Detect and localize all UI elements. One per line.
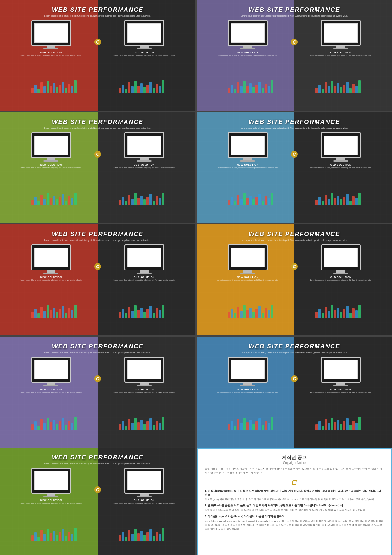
c-badge: C <box>291 39 298 45</box>
slide-slide-4[interactable]: WEB SITE PERFORMANCE Lorem ipsum dolor s… <box>197 112 392 223</box>
slide-subtitle: Lorem ipsum dolor sit amet, consectetur … <box>26 239 169 242</box>
old-solution-label: OLD SOLUTION <box>330 276 352 278</box>
old-solution-section: OLD SOLUTION Lorem ipsum dolor sit amet,… <box>103 357 185 394</box>
slide-title: WEB SITE PERFORMANCE <box>52 6 144 13</box>
old-solution-section: OLD SOLUTION Lorem ipsum dolor sit amet,… <box>300 132 382 169</box>
copyright-panel: 저작권 공고 Copyright Notice 콘텐 제품은 사용자에게 서비스… <box>197 448 392 555</box>
old-solution-label: OLD SOLUTION <box>134 499 155 502</box>
new-solution-label: NEW SOLUTION <box>40 499 62 502</box>
new-solution-label: NEW SOLUTION <box>237 276 258 278</box>
c-badge: C <box>291 151 298 158</box>
new-solution-desc: Lorem ipsum dolor sit amet, consectetur … <box>19 55 84 57</box>
copyright-section-title: 2. 폰트(Font) 본 콘텐츠 내의 폰트 들의 해당 회사에 귀속되며, … <box>205 504 384 507</box>
copyright-section-text: 아이온 (ION) 디지털마케팅 전략업체 중 최고의 서비스를 제공하는 아이… <box>205 498 384 502</box>
c-badge: C <box>291 263 298 270</box>
old-solution-section: OLD SOLUTION Lorem ipsum dolor sit amet,… <box>103 468 185 505</box>
slide-slide-3[interactable]: WEB SITE PERFORMANCE Lorem ipsum dolor s… <box>0 112 195 223</box>
copyright-section-sec-4: 3. 아이콘(mage) & 사진(Picure) 아이콘에 사용된 이미지 관… <box>205 515 384 531</box>
copyright-title: 저작권 공고 <box>205 455 384 461</box>
slide-subtitle: Lorem ipsum dolor sit amet, consectetur … <box>223 127 366 130</box>
slide-slide-2[interactable]: WEB SITE PERFORMANCE Lorem ipsum dolor s… <box>197 0 392 111</box>
new-solution-section: NEW SOLUTION Lorem ipsum dolor sit amet,… <box>207 132 289 169</box>
new-solution-desc: Lorem ipsum dolor sit amet, consectetur … <box>216 279 280 281</box>
old-solution-desc: Lorem ipsum dolor sit amet, consectetur … <box>112 391 177 394</box>
new-solution-desc: Lorem ipsum dolor sit amet, consectetur … <box>19 502 84 505</box>
copyright-subtitle: Copyright Notice <box>205 461 384 465</box>
old-solution-label: OLD SOLUTION <box>330 163 352 166</box>
new-solution-desc: Lorem ipsum dolor sit amet, consectetur … <box>19 391 84 394</box>
new-solution-section: NEW SOLUTION Lorem ipsum dolor sit amet,… <box>10 244 92 281</box>
last-row: WEB SITE PERFORMANCE Lorem ipsum dolor s… <box>0 448 392 555</box>
new-solution-desc: Lorem ipsum dolor sit amet, consectetur … <box>216 391 280 394</box>
old-solution-section: OLD SOLUTION Lorem ipsum dolor sit amet,… <box>103 132 185 169</box>
new-solution-desc: Lorem ipsum dolor sit amet, consectetur … <box>216 55 280 57</box>
old-solution-desc: Lorem ipsum dolor sit amet, consectetur … <box>309 279 373 281</box>
copyright-section-sec-2: 1. 저작권(Copyright)은 승인 요청은 사전 허락을 받은 경우에만… <box>205 489 384 502</box>
new-solution-section: NEW SOLUTION Lorem ipsum dolor sit amet,… <box>10 357 92 394</box>
new-solution-section: NEW SOLUTION Lorem ipsum dolor sit amet,… <box>207 244 289 281</box>
new-solution-label: NEW SOLUTION <box>40 276 62 278</box>
new-solution-label: NEW SOLUTION <box>40 388 62 391</box>
slide-title: WEB SITE PERFORMANCE <box>249 231 340 238</box>
new-solution-label: NEW SOLUTION <box>237 388 258 391</box>
slide-title: WEB SITE PERFORMANCE <box>52 343 144 350</box>
new-solution-label: NEW SOLUTION <box>237 163 258 166</box>
slide-slide-8[interactable]: WEB SITE PERFORMANCE Lorem ipsum dolor s… <box>197 337 392 448</box>
old-solution-label: OLD SOLUTION <box>330 388 352 391</box>
slide-slide-7[interactable]: WEB SITE PERFORMANCE Lorem ipsum dolor s… <box>0 337 195 448</box>
c-badge: C <box>94 39 101 45</box>
old-solution-desc: Lorem ipsum dolor sit amet, consectetur … <box>112 167 177 169</box>
copyright-section-title: 3. 아이콘(mage) & 사진(Picure) 아이콘에 사용된 이미지 관… <box>205 515 384 519</box>
old-solution-label: OLD SOLUTION <box>134 388 155 391</box>
copyright-intro: 콘텐 제품은 사용자에게 서비스 제공하기 위하여 반드시 동의해야 합니다. … <box>205 467 384 475</box>
slide-subtitle: Lorem ipsum dolor sit amet, consectetur … <box>223 239 366 242</box>
old-solution-desc: Lorem ipsum dolor sit amet, consectetur … <box>112 279 177 281</box>
new-solution-label: NEW SOLUTION <box>237 51 258 54</box>
page-wrapper: WEB SITE PERFORMANCE Lorem ipsum dolor s… <box>0 0 392 555</box>
new-solution-section: NEW SOLUTION Lorem ipsum dolor sit amet,… <box>207 357 289 394</box>
c-badge: C <box>94 375 101 382</box>
slide-subtitle: Lorem ipsum dolor sit amet, consectetur … <box>26 351 169 354</box>
old-solution-section: OLD SOLUTION Lorem ipsum dolor sit amet,… <box>300 244 382 281</box>
slide-subtitle: Lorem ipsum dolor sit amet, consectetur … <box>223 351 366 354</box>
slide-slide-1[interactable]: WEB SITE PERFORMANCE Lorem ipsum dolor s… <box>0 0 195 111</box>
old-solution-desc: Lorem ipsum dolor sit amet, consectetur … <box>309 391 373 394</box>
new-solution-label: NEW SOLUTION <box>40 163 62 166</box>
old-solution-label: OLD SOLUTION <box>330 51 352 54</box>
copyright-section-title: 1. 저작권(Copyright)은 승인 요청은 사전 허락을 받은 경우에만… <box>205 489 384 497</box>
slide-subtitle: Lorem ipsum dolor sit amet, consectetur … <box>26 127 169 130</box>
slide-slide-5[interactable]: WEB SITE PERFORMANCE Lorem ipsum dolor s… <box>0 224 195 335</box>
slide-title: WEB SITE PERFORMANCE <box>52 118 144 125</box>
slide-title: WEB SITE PERFORMANCE <box>52 454 144 461</box>
slide-9-wrapper: WEB SITE PERFORMANCE Lorem ipsum dolor s… <box>0 448 195 555</box>
old-solution-desc: Lorem ipsum dolor sit amet, consectetur … <box>112 502 177 505</box>
copyright-section-text: www.flaticon.com & www.freepik.com & www… <box>205 519 384 531</box>
old-solution-desc: Lorem ipsum dolor sit amet, consectetur … <box>309 167 373 169</box>
old-solution-desc: Lorem ipsum dolor sit amet, consectetur … <box>309 55 373 57</box>
slide-subtitle: Lorem ipsum dolor sit amet, consectetur … <box>26 462 169 465</box>
slide-title: WEB SITE PERFORMANCE <box>249 6 340 13</box>
new-solution-desc: Lorem ipsum dolor sit amet, consectetur … <box>19 279 84 281</box>
old-solution-label: OLD SOLUTION <box>134 276 155 278</box>
slide-slide-9[interactable]: WEB SITE PERFORMANCE Lorem ipsum dolor s… <box>0 448 195 555</box>
new-solution-section: NEW SOLUTION Lorem ipsum dolor sit amet,… <box>10 20 92 57</box>
slide-subtitle: Lorem ipsum dolor sit amet, consectetur … <box>223 14 366 17</box>
c-badge: C <box>291 375 298 382</box>
old-solution-section: OLD SOLUTION Lorem ipsum dolor sit amet,… <box>103 244 185 281</box>
old-solution-section: OLD SOLUTION Lorem ipsum dolor sit amet,… <box>103 20 185 57</box>
slide-slide-6[interactable]: WEB SITE PERFORMANCE Lorem ipsum dolor s… <box>197 224 392 335</box>
new-solution-desc: Lorem ipsum dolor sit amet, consectetur … <box>19 167 84 169</box>
c-logo-copyright: C <box>205 478 384 488</box>
c-badge: C <box>94 151 101 158</box>
c-badge: C <box>94 486 101 493</box>
copyright-section-sec-3: 2. 폰트(Font) 본 콘텐츠 내의 폰트 들의 해당 회사에 귀속되며, … <box>205 504 384 512</box>
new-solution-desc: Lorem ipsum dolor sit amet, consectetur … <box>216 167 280 169</box>
old-solution-label: OLD SOLUTION <box>134 51 155 54</box>
copyright-section-text: 의하여 배포되는 무료 한글 폰트, ⓒ 무료로 배포됩니다.⊕ 있는 경우에 … <box>205 508 384 512</box>
slide-title: WEB SITE PERFORMANCE <box>52 231 144 238</box>
slide-grid: WEB SITE PERFORMANCE Lorem ipsum dolor s… <box>0 0 392 448</box>
old-solution-desc: Lorem ipsum dolor sit amet, consectetur … <box>112 55 177 57</box>
old-solution-section: OLD SOLUTION Lorem ipsum dolor sit amet,… <box>300 20 382 57</box>
slide-title: WEB SITE PERFORMANCE <box>249 343 340 350</box>
slide-subtitle: Lorem ipsum dolor sit amet, consectetur … <box>26 14 169 17</box>
